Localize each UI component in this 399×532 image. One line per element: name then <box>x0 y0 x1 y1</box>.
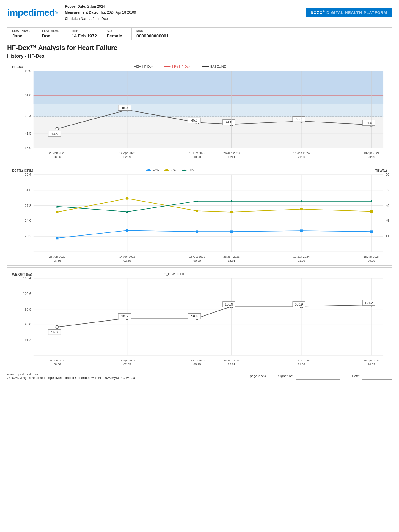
svg-text:18:01: 18:01 <box>228 259 235 262</box>
svg-text:08:36: 08:36 <box>54 363 61 366</box>
svg-text:51% HF-Dex: 51% HF-Dex <box>172 65 190 68</box>
svg-text:51.0: 51.0 <box>25 93 31 97</box>
svg-text:28 Jan 2020: 28 Jan 2020 <box>49 151 65 155</box>
svg-rect-101 <box>230 211 233 213</box>
svg-text:20:09: 20:09 <box>368 363 375 366</box>
svg-text:45.2: 45.2 <box>386 219 389 223</box>
section-title: History - HF-Dex <box>7 53 392 59</box>
ecf-chart: ECF(L),ICF(L) TBW(L) ECF ICF TBW 35.4 31… <box>7 164 392 266</box>
svg-text:41.4: 41.4 <box>386 234 389 238</box>
svg-text:HF-Dex: HF-Dex <box>142 65 153 68</box>
svg-text:106.4: 106.4 <box>23 276 31 280</box>
svg-text:14 Apr 2022: 14 Apr 2022 <box>119 151 135 155</box>
svg-rect-94 <box>196 230 198 233</box>
sex-label: SEX <box>107 29 127 33</box>
svg-text:00:20: 00:20 <box>194 363 201 366</box>
svg-text:101.2: 101.2 <box>365 301 373 305</box>
svg-text:28 Jan 2020: 28 Jan 2020 <box>49 359 65 362</box>
signature-box: Signature: <box>278 372 340 380</box>
footer-right: page 2 of 4 Signature: Date: <box>250 372 392 380</box>
report-date-line: Report Date: 2 Jun 2024 <box>65 4 306 10</box>
svg-text:18 Oct 2022: 18 Oct 2022 <box>189 359 205 362</box>
svg-text:ECF: ECF <box>153 169 159 172</box>
svg-text:98.6: 98.6 <box>191 314 197 318</box>
svg-rect-100 <box>196 210 198 212</box>
svg-text:20.2: 20.2 <box>25 234 31 238</box>
ecf-svg: ECF(L),ICF(L) TBW(L) ECF ICF TBW 35.4 31… <box>10 166 389 264</box>
svg-rect-103 <box>370 210 373 213</box>
copyright: © 2024 All rights reserved. ImpediMed Li… <box>7 376 135 380</box>
svg-text:35.4: 35.4 <box>25 173 31 176</box>
svg-text:02:59: 02:59 <box>123 259 131 262</box>
footer-left: www.impedimed.com © 2024 All rights rese… <box>7 372 135 380</box>
svg-rect-95 <box>230 230 233 233</box>
svg-text:18 Oct 2022: 18 Oct 2022 <box>189 255 205 258</box>
svg-text:91.2: 91.2 <box>25 338 31 341</box>
first-name-value: Jane <box>12 33 32 38</box>
svg-text:26 Jun 2023: 26 Jun 2023 <box>223 359 240 362</box>
svg-text:18:01: 18:01 <box>228 155 235 158</box>
mrn-label: MRN <box>136 29 169 33</box>
svg-text:TBW(L): TBW(L) <box>375 169 387 172</box>
svg-text:18 Oct 2022: 18 Oct 2022 <box>189 151 205 155</box>
svg-text:31.6: 31.6 <box>25 188 31 192</box>
svg-text:45.3: 45.3 <box>191 119 197 122</box>
header-info: Report Date: 2 Jun 2024 Measurement Date… <box>65 4 306 22</box>
svg-text:96.8: 96.8 <box>51 330 58 334</box>
svg-text:ECF(L),ICF(L): ECF(L),ICF(L) <box>12 169 33 172</box>
svg-rect-102 <box>300 208 303 210</box>
hfdex-svg: HF-Dex HF-Dex 51% HF-Dex BASELINE <box>10 62 389 160</box>
svg-text:18 Apr 2024: 18 Apr 2024 <box>363 359 379 362</box>
svg-text:49.0: 49.0 <box>386 204 389 207</box>
logo-text: impedimed <box>7 7 55 18</box>
svg-rect-98 <box>56 211 59 213</box>
svg-text:02:59: 02:59 <box>123 363 131 366</box>
date-line <box>362 372 392 380</box>
svg-text:60.0: 60.0 <box>25 69 31 73</box>
svg-text:14 Apr 2022: 14 Apr 2022 <box>119 255 135 258</box>
svg-text:02:59: 02:59 <box>123 155 131 158</box>
svg-text:48.9: 48.9 <box>121 106 128 110</box>
svg-text:56.6: 56.6 <box>386 173 389 176</box>
dob-label: DOB <box>72 29 97 33</box>
svg-text:ICF: ICF <box>170 169 176 172</box>
weight-chart: WEIGHT (kg) WEIGHT 106.4 102.6 98.8 95.0… <box>7 267 392 369</box>
svg-rect-93 <box>126 229 128 232</box>
dob-field: DOB 14 Feb 1972 <box>67 28 102 40</box>
mrn-value: 0000000000001 <box>136 33 169 38</box>
svg-rect-62 <box>148 169 150 171</box>
svg-text:11 Jan 2024: 11 Jan 2024 <box>293 359 310 362</box>
svg-point-143 <box>56 326 59 329</box>
svg-text:44.8: 44.8 <box>226 121 232 124</box>
svg-text:102.6: 102.6 <box>23 292 31 295</box>
patient-bar: FIRST NAME Jane LAST NAME Doe DOB 14 Feb… <box>7 27 392 40</box>
sex-field: SEX Female <box>102 28 132 40</box>
dob-value: 14 Feb 1972 <box>72 33 97 38</box>
svg-text:08:36: 08:36 <box>54 259 61 262</box>
svg-text:18 Apr 2024: 18 Apr 2024 <box>363 255 379 258</box>
svg-text:38.0: 38.0 <box>25 146 31 149</box>
measurement-date-line: Measurement Date: Thu, 2024 Apr 18 20:09 <box>65 10 306 15</box>
svg-rect-99 <box>126 197 128 200</box>
svg-text:21:09: 21:09 <box>298 363 305 366</box>
svg-text:WEIGHT: WEIGHT <box>172 272 185 276</box>
signature-label: Signature: <box>278 374 293 378</box>
svg-text:TBW: TBW <box>188 169 196 172</box>
svg-text:43.5: 43.5 <box>51 132 58 136</box>
svg-text:44.6: 44.6 <box>366 121 372 125</box>
svg-rect-92 <box>56 237 59 239</box>
last-name-field: LAST NAME Doe <box>37 28 67 40</box>
svg-text:100.9: 100.9 <box>295 303 303 306</box>
svg-text:26 Jun 2023: 26 Jun 2023 <box>223 151 240 155</box>
svg-text:28 Jan 2020: 28 Jan 2020 <box>49 255 65 258</box>
svg-rect-97 <box>370 230 373 233</box>
svg-text:24.0: 24.0 <box>25 219 31 223</box>
first-name-label: FIRST NAME <box>12 29 32 33</box>
sozo-badge: SOZO® DIGITAL HEALTH PLATFORM <box>306 8 392 17</box>
svg-text:11 Jan 2024: 11 Jan 2024 <box>293 151 310 155</box>
date-box: Date: <box>352 372 392 380</box>
svg-text:95.0: 95.0 <box>25 323 31 326</box>
svg-text:08:36: 08:36 <box>54 155 61 158</box>
svg-text:46.4: 46.4 <box>25 115 31 118</box>
svg-text:18:01: 18:01 <box>228 363 235 366</box>
